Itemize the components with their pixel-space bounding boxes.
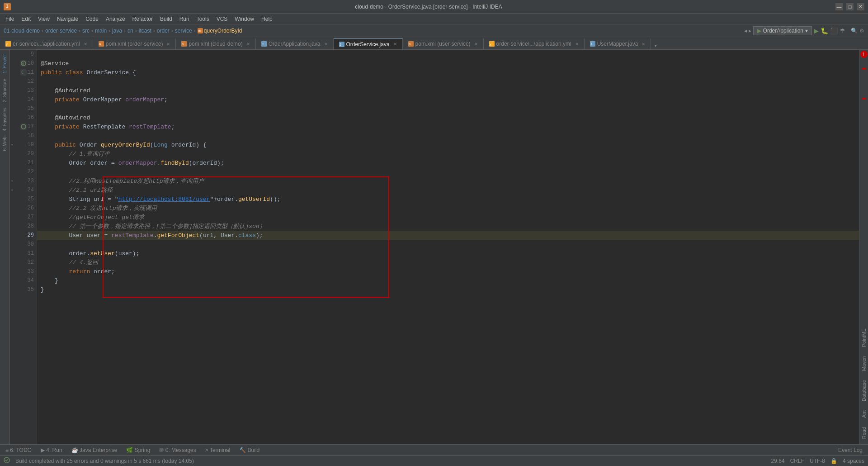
tab-close-icon[interactable]: ✕ [642,42,645,47]
breadcrumb-service[interactable]: service [175,28,192,34]
minimize-button[interactable]: — [835,3,843,10]
gutter-line-27: 27 [10,213,37,222]
right-tab-maven[interactable]: Maven [860,352,868,375]
right-tab-ant[interactable]: Ant [860,407,868,422]
menu-bar: File Edit View Navigate Code Analyze Ref… [0,14,868,24]
settings-icon[interactable]: ⚙ [859,28,864,34]
breadcrumb-java[interactable]: java [112,28,122,34]
line-ending[interactable]: CRLF [790,458,804,464]
menu-navigate[interactable]: Navigate [53,14,82,24]
gutter-line-12: 12 [10,77,37,86]
tab-close-icon[interactable]: ✕ [393,42,397,47]
tool-build[interactable]: 🔨 Build [236,445,263,455]
web-tool-icon[interactable]: 6: Web [1,134,8,154]
tab-close-icon[interactable]: ✕ [474,42,478,47]
lock-icon: 🔒 [830,458,837,464]
caret-position[interactable]: 29:64 [771,458,785,464]
gutter-line-28: 28 [10,222,37,231]
code-content: @Service public class OrderService { @Au… [37,50,859,294]
tool-java-enterprise[interactable]: ☕ Java Enterprise [68,445,121,455]
gutter-line-17: 17 [10,122,37,131]
tab-application-yml[interactable]: y er-service\...\application.yml ✕ [0,38,93,49]
stop-button[interactable]: ⬛ [830,27,838,34]
tab-user-mapper[interactable]: J UserMapper.java ✕ [585,38,651,49]
breadcrumb-cn[interactable]: cn [127,28,133,34]
breadcrumb-order-service[interactable]: order-service [45,28,77,34]
menu-analyze[interactable]: Analyze [102,14,129,24]
run-config-icon: ▶ [757,28,761,34]
menu-vcs[interactable]: VCS [213,14,231,24]
menu-edit[interactable]: Edit [18,14,34,24]
tab-close-icon[interactable]: ✕ [166,42,170,47]
code-line-26: //2.2 发送http请求，实现调用 [37,204,859,213]
run-button[interactable]: ▶ [814,27,819,34]
breadcrumb-src[interactable]: src [82,28,90,34]
tool-terminal[interactable]: > Terminal [202,445,234,455]
breadcrumb-itcast[interactable]: itcast [139,28,151,34]
breadcrumb-01-cloud-demo[interactable]: 01-cloud-demo [4,28,40,34]
tab-pom-cloud[interactable]: m pom.xml (cloud-demo) ✕ [176,38,255,49]
tab-close-icon[interactable]: ✕ [84,42,87,47]
tab-pom-user[interactable]: m pom.xml (user-service) ✕ [403,38,484,49]
run-config-selector[interactable]: ▶ OrderApplication ▾ [753,26,812,35]
tab-order-service[interactable]: J OrderService.java ✕ [334,38,403,49]
tool-todo[interactable]: ≡ 6: TODO [2,445,35,455]
tool-event-log[interactable]: Event Log [835,445,866,455]
menu-code[interactable]: Code [82,14,102,24]
tool-spring[interactable]: 🌿 Spring [123,445,154,455]
gutter-line-19: ▾ 19 [10,140,37,149]
svg-text:m: m [182,43,184,46]
tab-close-icon[interactable]: ✕ [324,42,328,47]
menu-run[interactable]: Run [176,14,193,24]
coverage-button[interactable]: ☂ [840,27,845,34]
code-line-35: } [37,285,859,294]
tab-close-icon[interactable]: ✕ [575,42,579,47]
java-icon-3: J [590,41,595,47]
debug-button[interactable]: 🐛 [821,27,828,34]
breadcrumb-main[interactable]: main [95,28,107,34]
tabs-overflow-icon[interactable]: ▾ [651,42,660,49]
menu-view[interactable]: View [34,14,53,24]
project-tool-icon[interactable]: 1: Project [1,52,8,76]
breadcrumb-order[interactable]: order [157,28,170,34]
dropdown-arrow-icon: ▾ [805,28,808,34]
gutter-line-22: 22 [10,167,37,176]
code-line-18 [37,131,859,140]
right-tab-database[interactable]: Database [860,376,868,405]
menu-file[interactable]: File [2,14,18,24]
svg-text:m: m [99,43,101,46]
indent-setting[interactable]: 4 spaces [843,458,864,464]
code-line-19: public Order queryOrderById(Long orderId… [37,140,859,149]
class-icon-11: C [20,69,27,76]
code-line-15 [37,104,859,113]
right-tab-pointml[interactable]: PointML [860,325,868,351]
structure-tool-icon[interactable]: 2: Structure [1,76,8,105]
favorites-tool-icon[interactable]: 4: Favorites [1,105,8,134]
search-everywhere-icon[interactable]: 🔍 [851,28,858,34]
tab-pom-order[interactable]: m pom.xml (order-service) ✕ [93,38,176,49]
menu-refactor[interactable]: Refactor [129,14,156,24]
nav-back-icon[interactable]: ◂ [744,28,747,34]
tab-order-app-yml[interactable]: y order-service\...\application.yml ✕ [484,38,585,49]
tab-order-application[interactable]: J OrderApplication.java ✕ [256,38,334,49]
nav-forward-icon[interactable]: ▸ [749,28,751,34]
right-tab-read[interactable]: Read [860,423,868,442]
tool-tabs-bar: ≡ 6: TODO ▶ 4: Run ☕ Java Enterprise 🌿 S… [0,444,868,455]
tool-run[interactable]: ▶ 4: Run [37,445,66,455]
menu-tools[interactable]: Tools [193,14,213,24]
code-line-14: private OrderMapper orderMapper; [37,95,859,104]
tab-close-icon[interactable]: ✕ [246,42,250,47]
svg-text:m: m [409,43,410,46]
code-line-34: } [37,276,859,285]
menu-help[interactable]: Help [258,14,276,24]
breadcrumb-method[interactable]: mqueryOrderById [198,28,242,34]
tool-messages[interactable]: ✉ 0: Messages [156,445,199,455]
maximize-button[interactable]: □ [846,3,854,10]
error-stripe-1 [862,68,866,70]
menu-build[interactable]: Build [156,14,176,24]
menu-window[interactable]: Window [231,14,258,24]
close-button[interactable]: ✕ [857,3,864,10]
code-editor[interactable]: @Service public class OrderService { @Au… [37,50,859,444]
code-line-20: // 1.查询订单 [37,149,859,158]
encoding[interactable]: UTF-8 [810,458,825,464]
